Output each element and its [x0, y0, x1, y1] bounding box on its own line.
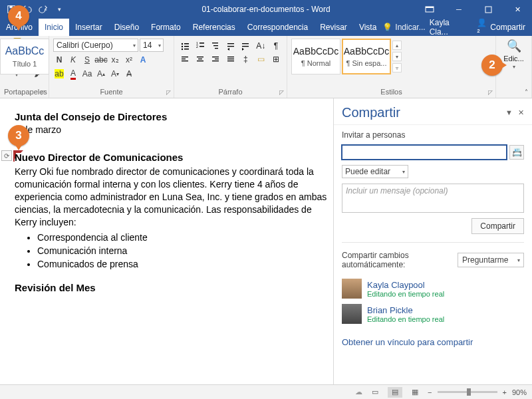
zoom-in-button[interactable]: +	[503, 388, 507, 396]
format-painter-icon[interactable]: 🖌	[32, 68, 44, 80]
svg-rect-4	[485, 7, 491, 13]
pane-close-icon[interactable]: ✕	[518, 108, 524, 117]
avatar	[342, 279, 362, 299]
dialog-launcher-icon[interactable]: ◸	[41, 89, 46, 96]
dialog-launcher-icon[interactable]: ◸	[279, 89, 284, 96]
styles-gallery: AaBbCcDc¶ Normal AaBbCcDc¶ Sin espa... A…	[291, 39, 391, 74]
tell-me[interactable]: 💡Indicar...	[382, 23, 425, 32]
zoom-slider[interactable]	[438, 391, 497, 393]
gallery-down-icon[interactable]: ▾	[392, 52, 402, 61]
print-layout-button[interactable]: ▤	[388, 387, 402, 398]
minimize-button[interactable]: ─	[444, 0, 473, 19]
web-layout-button[interactable]: ▦	[408, 387, 422, 398]
style-no-spacing[interactable]: AaBbCcDc¶ Sin espa...	[342, 39, 391, 74]
font-name-combo[interactable]: Calibri (Cuerpo)▾	[53, 39, 138, 52]
bold-button[interactable]: N	[53, 54, 65, 66]
close-button[interactable]: ✕	[503, 0, 532, 19]
zoom-out-button[interactable]: −	[428, 388, 432, 396]
redo-icon[interactable]	[39, 5, 48, 14]
permission-select[interactable]: Puede editar▾	[342, 165, 408, 178]
underline-button[interactable]: S	[81, 54, 93, 66]
svg-rect-21	[242, 46, 249, 47]
share-button[interactable]: 👤² Compartir	[473, 19, 529, 36]
multilevel-list-button[interactable]	[209, 40, 222, 52]
line-spacing-button[interactable]: ‡	[239, 53, 252, 65]
italic-button[interactable]: K	[67, 54, 79, 66]
svg-rect-20	[242, 43, 249, 44]
borders-button[interactable]: ⊞	[269, 53, 283, 65]
person-status: Editando en tiempo real	[367, 315, 444, 323]
share-pane: Compartir ▼ ✕ Invitar a personas 📇 Puede…	[334, 98, 532, 384]
sort-button[interactable]: A↓	[254, 40, 267, 52]
style-normal[interactable]: AaBbCcDc¶ Normal	[291, 39, 340, 74]
svg-rect-28	[212, 57, 219, 57]
qat-customize-icon[interactable]: ▾	[55, 5, 64, 14]
svg-rect-23	[182, 59, 186, 59]
font-size-combo[interactable]: 14▾	[140, 39, 164, 52]
svg-rect-19	[227, 46, 234, 47]
read-mode-button[interactable]: ▭	[368, 387, 382, 398]
font-color-button[interactable]: A	[67, 68, 79, 80]
person-row[interactable]: Kayla Claypool Editando en tiempo real	[342, 279, 524, 299]
zoom-level[interactable]: 90%	[512, 388, 527, 396]
number-list-button[interactable]: 12	[194, 40, 207, 52]
pane-options-icon[interactable]: ▼	[505, 108, 513, 117]
cloud-status-icon[interactable]: ☁	[355, 388, 362, 396]
gallery-more-icon[interactable]: ▿	[392, 63, 402, 72]
highlight-button[interactable]: ab	[53, 68, 65, 80]
superscript-button[interactable]: x²	[123, 54, 135, 66]
shrink-font-button[interactable]: A▾	[109, 68, 121, 80]
tab-layout[interactable]: Formato	[145, 19, 187, 36]
gallery-up-icon[interactable]: ▴	[392, 41, 402, 50]
address-book-icon[interactable]: 📇	[509, 145, 524, 160]
share-submit-button[interactable]: Compartir	[471, 218, 524, 234]
svg-rect-14	[200, 46, 204, 47]
copy-icon[interactable]: ⧉	[32, 54, 44, 66]
tab-home[interactable]: Inicio	[39, 19, 69, 36]
dialog-launcher-icon[interactable]: ◸	[166, 89, 171, 96]
align-right-button[interactable]	[209, 53, 222, 65]
decrease-indent-button[interactable]	[224, 40, 237, 52]
change-case-button[interactable]: Aa	[81, 68, 93, 80]
show-marks-button[interactable]: ¶	[269, 40, 283, 52]
align-left-button[interactable]	[178, 53, 192, 65]
share-pane-header: Compartir ▼ ✕	[334, 98, 532, 125]
group-styles: AaBbCcDc¶ Normal AaBbCcDc¶ Sin espa... A…	[287, 36, 496, 98]
signed-in-user[interactable]: Kayla Cla...	[430, 18, 469, 37]
paste-button[interactable]: Pegar ▾	[4, 39, 29, 80]
grow-font-button[interactable]: A▴	[95, 68, 107, 80]
subscript-button[interactable]: x₂	[109, 54, 121, 66]
tab-insert[interactable]: Insertar	[69, 19, 108, 36]
svg-point-9	[182, 49, 183, 50]
tab-review[interactable]: Revisar	[314, 19, 353, 36]
doc-heading-3: Revisión del Mes	[15, 281, 333, 295]
invite-people-input[interactable]	[342, 145, 507, 160]
tab-references[interactable]: Referencias	[187, 19, 241, 36]
tab-mailings[interactable]: Correspondencia	[241, 19, 314, 36]
list-item: Comunicados de prensa	[37, 258, 333, 271]
tab-design[interactable]: Diseño	[108, 19, 145, 36]
group-font: Calibri (Cuerpo)▾ 14▾ N K S abc x₂ x² A …	[49, 36, 174, 98]
shading-button[interactable]: ▭	[254, 53, 267, 65]
get-sharing-link[interactable]: Obtener un vínculo para compartir	[342, 337, 524, 347]
maximize-button[interactable]	[473, 0, 503, 19]
justify-button[interactable]	[224, 53, 237, 65]
cut-icon[interactable]: ✂	[32, 40, 44, 52]
text-effects-button[interactable]: A	[137, 54, 149, 66]
increase-indent-button[interactable]	[239, 40, 252, 52]
document-area[interactable]: ⟳ Junta del Consejo de Directores 6 de m…	[0, 98, 334, 384]
svg-rect-31	[227, 57, 234, 57]
message-input[interactable]: Incluir un mensaje (opcional)	[342, 184, 524, 213]
tab-view[interactable]: Vista	[353, 19, 382, 36]
auto-share-select[interactable]: Preguntarme▾	[458, 253, 524, 267]
dialog-launcher-icon[interactable]: ◸	[488, 89, 493, 96]
clear-formatting-button[interactable]: A̶	[123, 68, 135, 80]
ribbon-options-icon[interactable]	[415, 0, 444, 19]
bullet-list-button[interactable]	[178, 40, 192, 52]
strikethrough-button[interactable]: abc	[95, 54, 107, 66]
group-label-clipboard: Portapapeles◸	[4, 86, 45, 98]
person-row[interactable]: Brian Pickle Editando en tiempo real	[342, 304, 524, 324]
collapse-ribbon-icon[interactable]: ˄	[525, 88, 528, 96]
align-center-button[interactable]	[194, 53, 207, 65]
callout-2: 2	[481, 55, 503, 76]
